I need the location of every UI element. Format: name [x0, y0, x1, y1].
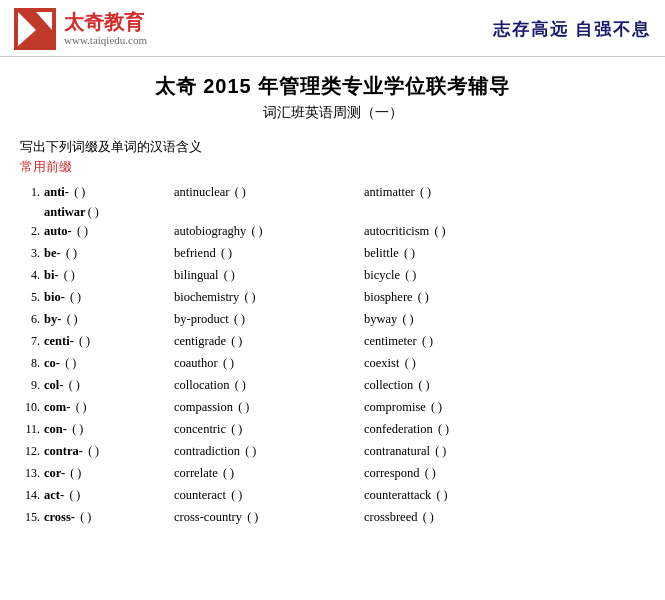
paren: ( ) — [437, 488, 448, 502]
vocab-word: correlate — [174, 466, 218, 480]
logo-text: 太奇教育 www.taiqiedu.com — [64, 10, 147, 47]
vocab-word: counteract — [174, 488, 226, 502]
col3-word: biosphere ( ) — [364, 289, 649, 305]
table-row: 5.bio- ( )biochemistry ( )biosphere ( ) — [16, 287, 649, 309]
table-row: 6.by- ( )by-product ( )byway ( ) — [16, 309, 649, 331]
prefix-word: act- — [44, 488, 64, 502]
col2-word: cross-country ( ) — [174, 509, 364, 525]
paren: ( ) — [251, 224, 262, 238]
row-extra: antiwar ( ) — [16, 204, 649, 221]
col3-word: coexist ( ) — [364, 355, 649, 371]
col3-word: antimatter ( ) — [364, 184, 649, 200]
paren: ( ) — [420, 185, 431, 199]
vocab-word: autocriticism — [364, 224, 429, 238]
row-number: 5. — [16, 290, 44, 305]
paren: ( ) — [234, 312, 245, 326]
paren: ( ) — [404, 246, 415, 260]
logo-area: 太奇教育 www.taiqiedu.com — [14, 8, 147, 50]
row-number: 9. — [16, 378, 44, 393]
prefix-word: centi- — [44, 334, 74, 348]
extra-word: antiwar — [44, 205, 86, 220]
col3-word: byway ( ) — [364, 311, 649, 327]
col1-prefix: cross- ( ) — [44, 509, 174, 525]
paren: ( ) — [70, 466, 81, 480]
prefix-word: cross- — [44, 510, 75, 524]
paren: ( ) — [77, 224, 88, 238]
row-number: 1. — [16, 185, 44, 200]
col2-word: correlate ( ) — [174, 465, 364, 481]
table-row: 3.be- ( )befriend ( )belittle ( ) — [16, 243, 649, 265]
col1-prefix: bio- ( ) — [44, 289, 174, 305]
col1-prefix: col- ( ) — [44, 377, 174, 393]
vocab-word: centimeter — [364, 334, 417, 348]
paren: ( ) — [235, 185, 246, 199]
table-row: 1.anti- ( )antinuclear ( )antimatter ( ) — [16, 182, 649, 204]
paren: ( ) — [245, 444, 256, 458]
col3-word: correspond ( ) — [364, 465, 649, 481]
logo-icon — [14, 8, 56, 50]
paren: ( ) — [238, 400, 249, 414]
prefix-word: cor- — [44, 466, 65, 480]
row-number: 10. — [16, 400, 44, 415]
vocab-word: by-product — [174, 312, 229, 326]
col2-word: autobiograghy ( ) — [174, 223, 364, 239]
vocab-word: collection — [364, 378, 413, 392]
prefix-word: con- — [44, 422, 67, 436]
col1-prefix: centi- ( ) — [44, 333, 174, 349]
col1-prefix: by- ( ) — [44, 311, 174, 327]
col3-word: crossbreed ( ) — [364, 509, 649, 525]
table-row: 12.contra- ( )contradiction ( )contranat… — [16, 441, 649, 463]
title-area: 太奇 2015 年管理类专业学位联考辅导 词汇班英语周测（一） — [0, 57, 665, 128]
col3-word: collection ( ) — [364, 377, 649, 393]
paren: ( ) — [419, 378, 430, 392]
vocab-word: antimatter — [364, 185, 415, 199]
col3-word: compromise ( ) — [364, 399, 649, 415]
vocab-word: biosphere — [364, 290, 413, 304]
vocab-word: coauthor — [174, 356, 218, 370]
paren: ( ) — [235, 378, 246, 392]
paren: ( ) — [422, 334, 433, 348]
row-number: 3. — [16, 246, 44, 261]
slogan: 志存高远 自强不息 — [493, 18, 651, 41]
paren: ( ) — [223, 356, 234, 370]
paren: ( ) — [79, 334, 90, 348]
instructions: 写出下列词缀及单词的汉语含义 常用前缀 — [0, 128, 665, 178]
col2-word: antinuclear ( ) — [174, 184, 364, 200]
row-number: 13. — [16, 466, 44, 481]
paren: ( ) — [247, 510, 258, 524]
paren: ( ) — [66, 246, 77, 260]
col1-prefix: bi- ( ) — [44, 267, 174, 283]
table-row: 8.co- ( )coauthor ( )coexist ( ) — [16, 353, 649, 375]
prefix-word: bio- — [44, 290, 65, 304]
col2-word: by-product ( ) — [174, 311, 364, 327]
paren: ( ) — [438, 422, 449, 436]
vocab-word: coexist — [364, 356, 399, 370]
table-row: 14.act- ( )counteract ( )counterattack (… — [16, 485, 649, 507]
paren: ( ) — [69, 488, 80, 502]
logo-name: 太奇教育 — [64, 10, 147, 34]
table-row: 10.com- ( )compassion ( )compromise ( ) — [16, 397, 649, 419]
logo-url: www.taiqiedu.com — [64, 34, 147, 47]
prefix-word: contra- — [44, 444, 83, 458]
paren: ( ) — [425, 466, 436, 480]
col1-prefix: con- ( ) — [44, 421, 174, 437]
paren: ( ) — [405, 268, 416, 282]
paren: ( ) — [223, 466, 234, 480]
col2-word: concentric ( ) — [174, 421, 364, 437]
paren: ( ) — [88, 205, 99, 220]
vocab-word: centigrade — [174, 334, 226, 348]
vocab-word: biochemistry — [174, 290, 239, 304]
col2-word: compassion ( ) — [174, 399, 364, 415]
paren: ( ) — [245, 290, 256, 304]
table-row: 9.col- ( )collocation ( )collection ( ) — [16, 375, 649, 397]
col1-prefix: act- ( ) — [44, 487, 174, 503]
vocab-word: belittle — [364, 246, 399, 260]
table-row: 2.auto- ( )autobiograghy ( )autocriticis… — [16, 221, 649, 243]
sub-title: 词汇班英语周测（一） — [0, 104, 665, 122]
vocab-word: antinuclear — [174, 185, 230, 199]
instruction-text: 写出下列词缀及单词的汉语含义 — [20, 138, 645, 156]
prefix-word: co- — [44, 356, 60, 370]
paren: ( ) — [80, 510, 91, 524]
col1-prefix: anti- ( ) — [44, 184, 174, 200]
vocab-word: compromise — [364, 400, 426, 414]
